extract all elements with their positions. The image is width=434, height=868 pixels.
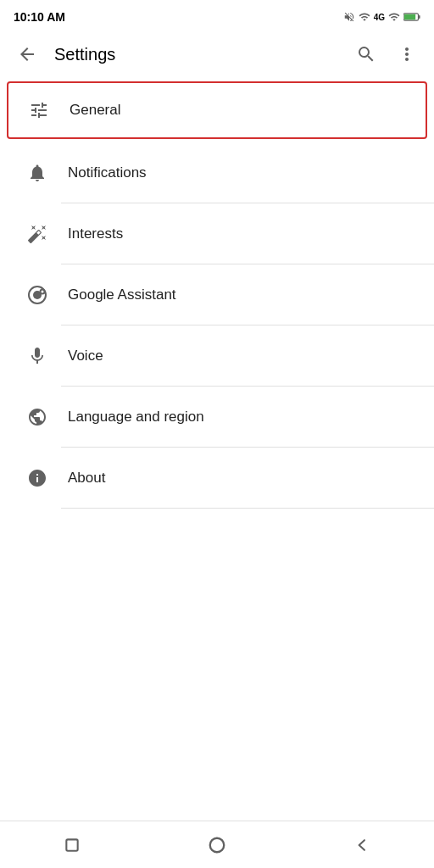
search-icon <box>356 44 376 64</box>
bell-icon-container <box>20 156 54 190</box>
mic-icon <box>27 346 47 366</box>
status-time: 10:10 AM <box>14 10 65 24</box>
svg-rect-7 <box>67 839 78 850</box>
nav-back-button[interactable] <box>338 821 386 869</box>
globe-icon-container <box>20 400 54 434</box>
sliders-icon <box>29 100 49 120</box>
wand-icon <box>27 224 47 244</box>
svg-rect-2 <box>404 14 415 20</box>
back-button[interactable] <box>7 34 47 75</box>
home-icon <box>208 836 226 854</box>
assistant-icon-container <box>20 278 54 312</box>
network-type: 4G <box>374 13 385 22</box>
info-icon <box>27 468 47 488</box>
settings-item-general[interactable]: General <box>7 81 427 139</box>
status-icons: 4G <box>343 11 420 23</box>
google-assistant-label: Google Assistant <box>68 287 176 303</box>
svg-point-6 <box>42 291 44 293</box>
page-title: Settings <box>47 45 346 64</box>
general-label: General <box>70 102 120 119</box>
svg-rect-1 <box>419 15 420 19</box>
nav-recents-button[interactable] <box>48 821 96 869</box>
bottom-nav-bar <box>0 821 434 868</box>
settings-item-language-region[interactable]: Language and region <box>0 387 434 448</box>
search-button[interactable] <box>346 34 387 75</box>
app-bar-actions <box>346 34 427 75</box>
nav-home-button[interactable] <box>193 821 241 869</box>
voice-label: Voice <box>68 348 103 364</box>
battery-icon <box>403 12 420 22</box>
svg-point-8 <box>210 837 225 852</box>
wifi-icon <box>388 11 400 23</box>
settings-item-about[interactable]: About <box>0 448 434 509</box>
info-icon-container <box>20 461 54 495</box>
mic-icon-container <box>20 339 54 373</box>
more-options-button[interactable] <box>387 34 427 75</box>
about-label: About <box>68 470 105 487</box>
notifications-label: Notifications <box>68 164 147 181</box>
interests-label: Interests <box>68 225 123 242</box>
settings-item-voice[interactable]: Voice <box>0 326 434 387</box>
back-icon <box>17 44 37 64</box>
mute-icon <box>343 11 355 23</box>
app-bar: Settings <box>0 31 434 78</box>
wand-icon-container <box>20 217 54 251</box>
nav-back-icon <box>353 837 370 854</box>
globe-icon <box>27 407 47 427</box>
settings-item-interests[interactable]: Interests <box>0 203 434 264</box>
recents-icon <box>64 837 81 854</box>
sliders-icon-container <box>22 93 56 127</box>
signal-icon <box>359 11 370 23</box>
more-options-icon <box>397 44 417 64</box>
language-region-label: Language and region <box>68 409 204 426</box>
assistant-icon <box>25 283 49 307</box>
settings-list: General Notifications Interests <box>0 81 434 509</box>
status-bar: 10:10 AM 4G <box>0 0 434 31</box>
settings-item-google-assistant[interactable]: Google Assistant <box>0 264 434 326</box>
bell-icon <box>27 163 47 183</box>
settings-item-notifications[interactable]: Notifications <box>0 142 434 203</box>
